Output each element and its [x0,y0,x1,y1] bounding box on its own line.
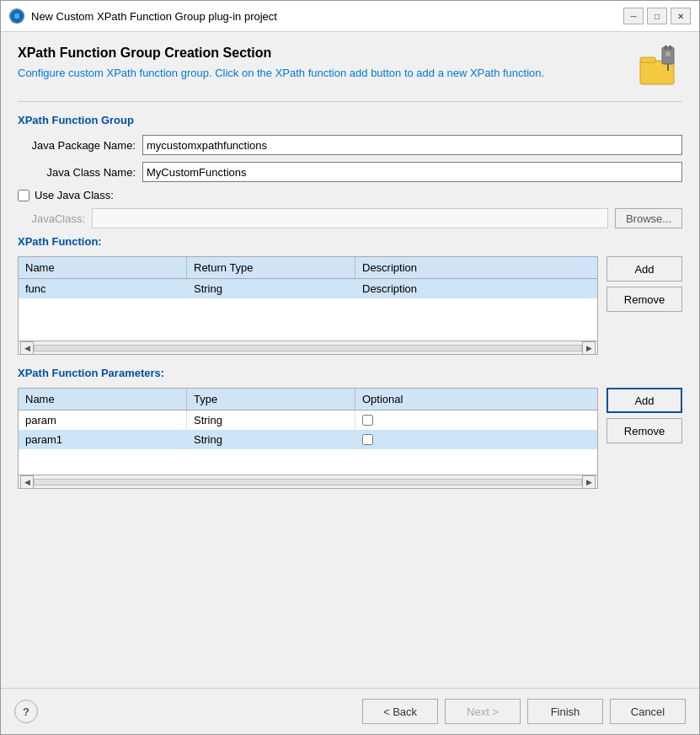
window-controls: ─ □ ✕ [623,8,691,24]
browse-button[interactable]: Browse... [615,208,682,228]
xpath-params-section-title: XPath Function Parameters: [18,367,682,379]
next-button[interactable]: Next > [445,699,521,724]
param-row1-optional-checkbox[interactable] [362,415,373,426]
java-package-row: Java Package Name: [18,135,682,155]
param-col-name: Name [19,389,187,410]
param-row2-optional-checkbox[interactable] [362,434,373,445]
func-col-name: Name [19,257,187,278]
func-table-scrollbar: ◀ ▶ [19,341,597,354]
minimize-button[interactable]: ─ [623,8,644,24]
page-title: XPath Function Group Creation Section [18,46,628,61]
xpath-function-group-label: XPath Function Group [18,114,682,126]
param-remove-button[interactable]: Remove [606,418,682,443]
func-row-return-type: String [187,279,355,298]
maximize-button[interactable]: □ [647,8,667,24]
java-package-name-input[interactable] [142,135,682,155]
param-table-header: Name Type Optional [19,389,597,410]
java-class-input[interactable] [92,208,608,228]
help-button[interactable]: ? [14,700,38,723]
param-table-buttons: Add Remove [606,388,682,489]
xpath-function-section-title: XPath Function: [18,235,682,248]
func-table-empty [19,298,597,341]
param-table-empty [19,449,597,475]
param-row1-type: String [187,410,355,430]
param-col-type: Type [187,389,355,410]
xpath-function-group-section: XPath Function Group Java Package Name: … [18,114,682,235]
xpath-params-table: Name Type Optional param String p [18,388,598,489]
close-button[interactable]: ✕ [671,8,691,24]
func-row-name: func [19,279,187,298]
svg-rect-5 [665,46,667,50]
xpath-function-table-area: Name Return Type Description func String… [18,256,682,355]
func-add-button[interactable]: Add [606,256,682,282]
param-row-2[interactable]: param1 String [19,430,597,449]
app-icon [9,8,24,24]
use-java-class-row: Use Java Class: [18,189,682,201]
xpath-params-section: XPath Function Parameters: Name Type Opt… [18,367,682,489]
page-title-section: XPath Function Group Creation Section Co… [18,46,628,81]
java-class-name-row: Java Class Name: [18,162,682,182]
param-table-scrollbar: ◀ ▶ [19,475,597,488]
title-bar: New Custom XPath Function Group plug-in … [1,1,699,32]
func-table-header: Name Return Type Description [19,257,597,279]
svg-rect-6 [669,46,671,50]
func-table-row[interactable]: func String Description [19,279,597,298]
java-class-field-label: JavaClass: [18,212,85,225]
page-icon [637,46,682,91]
func-scroll-right[interactable]: ▶ [582,341,596,355]
xpath-params-table-area: Name Type Optional param String p [18,388,682,489]
param-col-optional: Optional [355,389,597,410]
svg-point-8 [665,51,671,56]
svg-rect-3 [640,57,655,62]
cancel-button[interactable]: Cancel [610,699,686,724]
param-row1-name: param [19,410,187,430]
main-window: New Custom XPath Function Group plug-in … [0,0,700,735]
page-description: Configure custom XPath function group. C… [18,66,628,81]
svg-point-1 [14,13,19,19]
finish-button[interactable]: Finish [527,699,603,724]
func-col-description: Description [355,257,597,278]
func-table-buttons: Add Remove [606,256,682,355]
back-button[interactable]: < Back [362,699,438,724]
func-col-return-type: Return Type [187,257,355,278]
java-class-name-input[interactable] [142,162,682,182]
param-row1-optional [355,410,597,430]
xpath-function-section: XPath Function: Name Return Type Descrip… [18,235,682,355]
param-row2-optional [355,430,597,449]
func-scroll-left[interactable]: ◀ [20,341,34,355]
header-divider [18,101,682,102]
java-class-name-label: Java Class Name: [18,166,136,179]
xpath-function-table: Name Return Type Description func String… [18,256,598,355]
content-area: XPath Function Group Creation Section Co… [1,32,699,688]
func-row-description: Description [355,279,597,298]
java-package-name-label: Java Package Name: [18,139,136,152]
param-add-button[interactable]: Add [606,388,682,413]
param-scroll-right[interactable]: ▶ [582,475,596,489]
func-scroll-track [34,345,582,351]
footer: ? < Back Next > Finish Cancel [1,688,699,734]
use-java-class-label: Use Java Class: [35,189,114,201]
param-row-1[interactable]: param String [19,410,597,430]
param-scroll-left[interactable]: ◀ [20,475,34,489]
use-java-class-checkbox[interactable] [18,190,29,201]
func-remove-button[interactable]: Remove [606,287,682,312]
param-row2-name: param1 [19,430,187,449]
browse-row: JavaClass: Browse... [18,208,682,228]
param-scroll-track [34,479,582,486]
page-header: XPath Function Group Creation Section Co… [18,46,682,91]
param-row2-type: String [187,430,355,449]
bottom-area [18,489,682,674]
window-title: New Custom XPath Function Group plug-in … [31,10,617,23]
